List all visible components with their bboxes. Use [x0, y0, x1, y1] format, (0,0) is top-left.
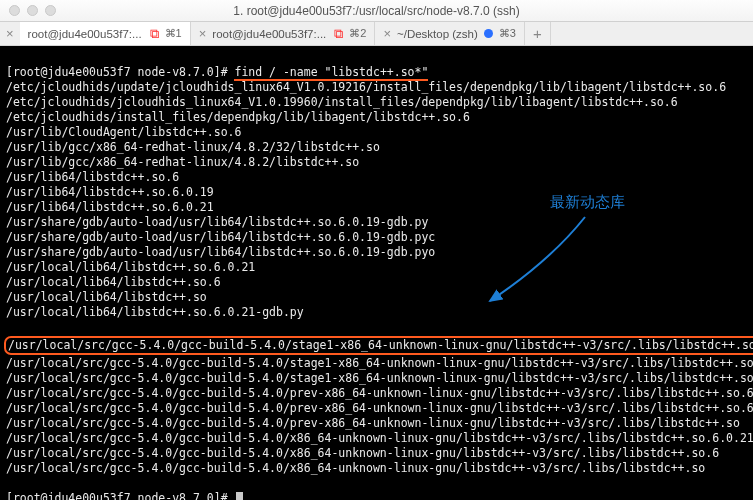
shell-prompt: [root@jdu4e00u53f7 node-v8.7.0]# [6, 491, 234, 500]
minimize-window-button[interactable] [27, 5, 38, 16]
terminal-viewport[interactable]: [root@jdu4e00u53f7 node-v8.7.0]# find / … [0, 46, 753, 500]
tab-shortcut-badge: ⌘3 [499, 27, 516, 40]
highlighted-output-line: /usr/local/src/gcc-5.4.0/gcc-build-5.4.0… [4, 336, 753, 355]
traffic-lights [0, 5, 56, 16]
zoom-window-button[interactable] [45, 5, 56, 16]
close-window-button[interactable] [9, 5, 20, 16]
activity-dot-icon [484, 29, 493, 38]
tab-label: ~/Desktop (zsh) [397, 28, 478, 40]
window-titlebar: 1. root@jdu4e00u53f7:/usr/local/src/node… [0, 0, 753, 22]
close-tab-icon[interactable]: × [199, 27, 207, 40]
shell-command: find / -name "libstdc++.so*" [234, 65, 428, 81]
tab-shortcut-badge: ⌘2 [349, 27, 366, 40]
tab-ssh-2[interactable]: × root@jdu4e00u53f7:... ⧉ ⌘2 [191, 22, 376, 45]
add-tab-button[interactable]: + [525, 22, 551, 45]
new-window-icon: ⧉ [150, 26, 159, 42]
tab-label: root@jdu4e00u53f7:... [212, 28, 326, 40]
tab-ssh-1[interactable]: root@jdu4e00u53f7:... ⧉ ⌘1 [20, 22, 191, 45]
close-tab-icon[interactable]: × [383, 27, 391, 40]
window-title: 1. root@jdu4e00u53f7:/usr/local/src/node… [0, 4, 753, 18]
shell-prompt: [root@jdu4e00u53f7 node-v8.7.0]# [6, 65, 234, 79]
output-lines: /usr/local/src/gcc-5.4.0/gcc-build-5.4.0… [6, 356, 747, 476]
tab-shortcut-badge: ⌘1 [165, 27, 182, 40]
tab-desktop-zsh[interactable]: × ~/Desktop (zsh) ⌘3 [375, 22, 525, 45]
tab-bar: × root@jdu4e00u53f7:... ⧉ ⌘1 × root@jdu4… [0, 22, 753, 46]
close-tab-icon[interactable]: × [0, 22, 20, 45]
tab-label: root@jdu4e00u53f7:... [28, 28, 142, 40]
terminal-cursor [236, 492, 243, 500]
output-lines: /etc/jcloudhids/update/jcloudhids_linux6… [6, 80, 747, 320]
new-window-icon: ⧉ [334, 26, 343, 42]
